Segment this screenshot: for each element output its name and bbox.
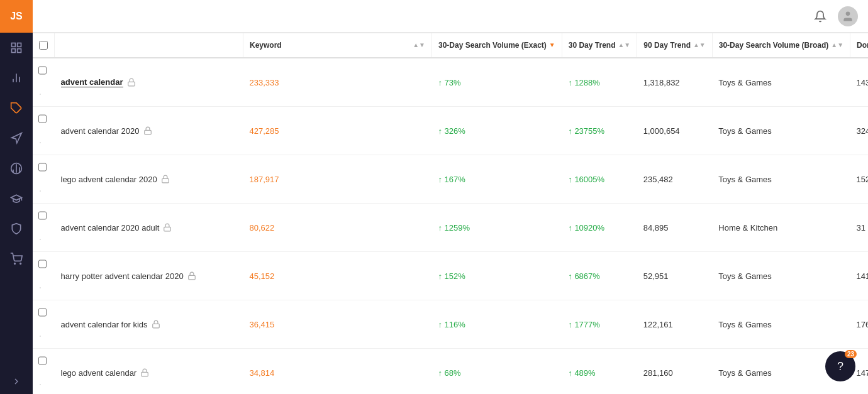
- chat-icon: ?: [837, 360, 843, 373]
- keyword-text[interactable]: advent calendar 2020: [61, 126, 140, 136]
- trend-90-value: ↑ 1777%: [568, 320, 631, 329]
- sidebar-item-campaigns[interactable]: [0, 123, 33, 153]
- th-trend-90[interactable]: 90 Day Trend ▲▼: [637, 33, 713, 58]
- svg-rect-16: [144, 130, 151, 134]
- row-volume-broad-cell: 122,161: [637, 300, 713, 349]
- th-volume-broad[interactable]: 30-Day Search Volume (Broad) ▲▼: [712, 33, 850, 58]
- trend-90-value: ↑ 23755%: [568, 126, 631, 136]
- row-checkbox[interactable]: [38, 163, 47, 172]
- row-volume-broad-cell: 281,160: [637, 349, 713, 395]
- sidebar-item-cart[interactable]: [0, 244, 33, 274]
- row-checkbox[interactable]: [38, 260, 47, 268]
- row-expand-cell[interactable]: [33, 227, 48, 251]
- row-checkbox[interactable]: [38, 211, 47, 220]
- trend-90-value: ↑ 10920%: [568, 223, 631, 233]
- svg-point-12: [14, 263, 16, 265]
- row-checkbox[interactable]: [38, 66, 47, 75]
- row-checkbox-cell[interactable]: [33, 252, 52, 276]
- row-checkbox[interactable]: [38, 114, 47, 123]
- row-expand-cell[interactable]: [33, 276, 48, 300]
- chat-bubble[interactable]: 23 ?: [825, 351, 855, 381]
- keyword-table: Keyword ▲▼ 30-Day Search Volume (Exact) …: [33, 33, 868, 394]
- row-dominant-category-cell: Toys & Games: [712, 252, 850, 300]
- avatar[interactable]: [838, 6, 858, 26]
- sidebar-item-dashboard[interactable]: [0, 33, 33, 63]
- keyword-table-wrapper: Keyword ▲▼ 30-Day Search Volume (Exact) …: [33, 33, 868, 394]
- row-trend30-cell: ↑ 1259%: [432, 204, 562, 252]
- trend-90-value: ↑ 1288%: [568, 78, 631, 87]
- row-volume-exact-cell: 36,415: [243, 300, 432, 349]
- row-checkbox-cell[interactable]: [33, 349, 52, 373]
- row-expand-cell[interactable]: [33, 324, 48, 348]
- keyword-text[interactable]: lego advent calendar: [61, 368, 137, 378]
- row-trend90-cell: ↑ 6867%: [562, 252, 637, 300]
- keyword-text[interactable]: advent calendar for kids: [61, 320, 148, 329]
- row-checkbox-cell[interactable]: [33, 107, 52, 131]
- sidebar-item-keywords[interactable]: [0, 93, 33, 123]
- trend-30-value: ↑ 116%: [438, 320, 556, 329]
- row-checkbox-cell[interactable]: [33, 155, 52, 179]
- sidebar-item-reports[interactable]: [0, 153, 33, 183]
- row-volume-broad-cell: 52,951: [637, 252, 713, 300]
- row-trend30-cell: ↑ 116%: [432, 300, 562, 349]
- select-all-checkbox[interactable]: [39, 41, 48, 50]
- lock-icon: [152, 320, 160, 329]
- trend-30-value: ↑ 73%: [438, 78, 556, 87]
- row-promo-cell: 143: [850, 58, 868, 107]
- row-checkbox-cell[interactable]: [33, 300, 52, 324]
- notification-icon[interactable]: [810, 6, 830, 26]
- row-keyword-cell: advent calendar: [55, 58, 243, 107]
- row-trend90-cell: ↑ 1288%: [562, 58, 637, 107]
- keyword-text[interactable]: advent calendar: [61, 77, 123, 87]
- row-expand-cell[interactable]: [33, 131, 48, 155]
- lock-icon: [187, 271, 196, 280]
- row-checkbox[interactable]: [38, 356, 47, 365]
- th-checkbox[interactable]: [33, 33, 55, 58]
- row-promo-cell: 324: [850, 107, 868, 155]
- row-keyword-cell: lego advent calendar: [55, 349, 243, 395]
- svg-rect-17: [162, 178, 169, 182]
- sidebar-item-analytics[interactable]: [0, 63, 33, 93]
- svg-rect-0: [12, 43, 16, 47]
- row-trend90-cell: ↑ 23755%: [562, 107, 637, 155]
- sidebar-item-shield[interactable]: [0, 214, 33, 244]
- table-row: advent calendar for kids36,415↑ 116%↑ 17…: [33, 300, 868, 349]
- svg-rect-15: [128, 82, 135, 85]
- row-trend90-cell: ↑ 1777%: [562, 300, 637, 349]
- row-keyword-cell: lego advent calendar 2020: [55, 155, 243, 204]
- table-header-row: Keyword ▲▼ 30-Day Search Volume (Exact) …: [33, 33, 868, 58]
- table-row: harry potter advent calendar 202045,152↑…: [33, 252, 868, 300]
- svg-rect-21: [142, 372, 148, 376]
- row-volume-exact-cell: 45,152: [243, 252, 432, 300]
- table-body: advent calendar233,333↑ 73%↑ 1288%1,318,…: [33, 58, 868, 394]
- keyword-text[interactable]: advent calendar 2020 adult: [61, 223, 160, 233]
- th-dominant-category[interactable]: Dominant Category ▲▼: [850, 33, 868, 58]
- lock-icon: [140, 368, 149, 377]
- keyword-text[interactable]: harry potter advent calendar 2020: [61, 271, 184, 281]
- row-checkbox[interactable]: [38, 308, 47, 317]
- svg-rect-19: [188, 275, 195, 279]
- lock-icon: [143, 126, 152, 135]
- th-keyword[interactable]: Keyword ▲▼: [243, 33, 432, 58]
- row-trend90-cell: ↑ 16005%: [562, 155, 637, 204]
- row-trend30-cell: ↑ 167%: [432, 155, 562, 204]
- th-volume-exact[interactable]: 30-Day Search Volume (Exact) ▼: [432, 33, 562, 58]
- main-content: Keyword ▲▼ 30-Day Search Volume (Exact) …: [33, 0, 868, 394]
- sidebar-expand[interactable]: [0, 369, 33, 394]
- row-volume-exact-cell: 34,814: [243, 349, 432, 395]
- row-checkbox-cell[interactable]: [33, 204, 52, 227]
- topbar: [33, 0, 868, 33]
- keyword-text[interactable]: lego advent calendar 2020: [61, 175, 157, 184]
- sidebar-bottom: [0, 369, 33, 394]
- row-keyword-cell: advent calendar 2020 adult: [55, 204, 243, 252]
- lock-icon: [127, 78, 136, 87]
- sidebar-item-education[interactable]: [0, 183, 33, 214]
- row-keyword-cell: advent calendar 2020: [55, 107, 243, 155]
- row-checkbox-cell[interactable]: [33, 58, 52, 82]
- row-expand-cell[interactable]: [33, 82, 48, 106]
- row-trend90-cell: ↑ 10920%: [562, 204, 637, 252]
- row-expand-cell[interactable]: [33, 179, 48, 203]
- row-dominant-category-cell: Toys & Games: [712, 155, 850, 204]
- th-trend-30[interactable]: 30 Day Trend ▲▼: [562, 33, 637, 58]
- row-expand-cell[interactable]: [33, 373, 48, 394]
